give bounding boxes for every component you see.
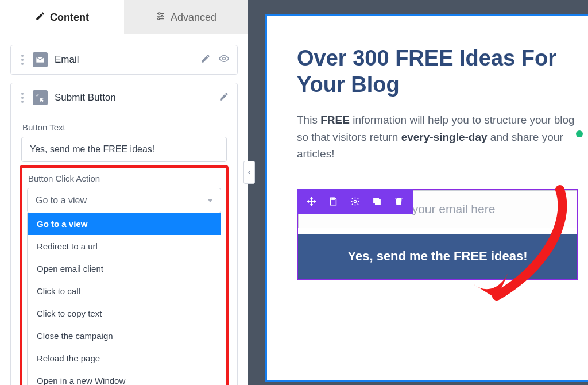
click-action-option[interactable]: Open in a new Window (28, 369, 220, 385)
preview-pane: Over 300 FREE Ideas For Your Blog This F… (248, 0, 588, 385)
svg-point-6 (223, 57, 226, 60)
click-action-label: Button Click Action (28, 174, 221, 183)
sliders-icon (156, 11, 166, 24)
edit-icon[interactable] (200, 53, 211, 66)
form-element-selected[interactable]: Enter your email here Yes, send me the F… (297, 189, 578, 280)
click-action-option[interactable]: Close the campaign (28, 325, 220, 347)
trash-icon[interactable] (389, 192, 408, 211)
button-text-label: Button Text (22, 122, 227, 132)
popup-headline: Over 300 FREE Ideas For Your Blog (297, 45, 578, 98)
eye-icon[interactable] (219, 53, 229, 66)
click-action-selected: Go to a view (36, 195, 87, 206)
body-text-fragment: This (297, 114, 320, 126)
collapse-sidebar-button[interactable] (243, 161, 255, 184)
click-action-option[interactable]: Click to copy text (28, 302, 220, 325)
svg-point-10 (354, 200, 356, 202)
click-action-option[interactable]: Click to call (28, 280, 220, 302)
tab-content[interactable]: Content (0, 0, 124, 34)
click-action-option[interactable]: Reload the page (28, 347, 220, 369)
tab-content-label: Content (50, 11, 89, 24)
button-text-input[interactable] (21, 137, 227, 162)
block-email: Email (10, 45, 238, 75)
click-action-dropdown: Go to a viewRedirect to a urlOpen email … (27, 213, 221, 385)
chevron-down-icon (208, 199, 212, 202)
popup-canvas: Over 300 FREE Ideas For Your Blog This F… (265, 14, 588, 382)
edit-icon[interactable] (219, 91, 229, 104)
save-icon[interactable] (323, 192, 343, 211)
pencil-icon (35, 11, 45, 24)
svg-point-5 (158, 18, 160, 20)
cta-button-preview[interactable]: Yes, send me the FREE ideas! (298, 234, 577, 279)
popup-body: This FREE information will help you to s… (297, 111, 578, 162)
block-submit-button: Submit Button Button Text Button Click A… (10, 83, 238, 385)
copy-icon[interactable] (367, 192, 386, 211)
click-action-select[interactable]: Go to a view (27, 188, 221, 213)
tab-advanced-label: Advanced (171, 11, 216, 24)
block-submit-title: Submit Button (55, 92, 212, 103)
drag-handle-icon[interactable] (19, 93, 26, 103)
click-action-option[interactable]: Go to a view (28, 213, 220, 235)
tab-advanced[interactable]: Advanced (124, 0, 248, 34)
svg-rect-12 (373, 198, 378, 203)
sidebar-panel: Content Advanced Email (0, 0, 248, 385)
click-action-option[interactable]: Open email client (28, 257, 220, 280)
element-toolbar (297, 189, 413, 214)
svg-point-4 (161, 15, 163, 17)
gear-icon[interactable] (345, 192, 365, 211)
sidebar-tabs: Content Advanced (0, 0, 248, 34)
click-action-option[interactable]: Redirect to a url (28, 235, 220, 257)
cursor-click-icon (33, 90, 48, 105)
status-dot-icon (576, 130, 583, 137)
body-bold-fragment: FREE (320, 114, 350, 126)
click-action-highlight: Button Click Action Go to a view Go to a… (21, 167, 227, 385)
svg-rect-9 (331, 198, 334, 200)
drag-handle-icon[interactable] (19, 55, 26, 65)
block-email-title: Email (55, 54, 194, 66)
move-icon[interactable] (301, 192, 321, 211)
body-bold-fragment: every-single-day (401, 131, 488, 143)
svg-point-3 (158, 13, 160, 14)
envelope-icon (33, 52, 48, 67)
